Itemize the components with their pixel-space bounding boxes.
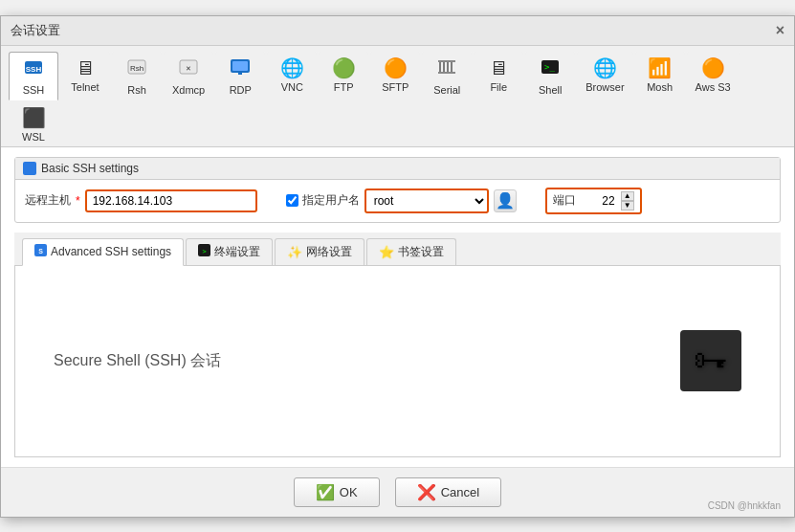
tab-vnc[interactable]: 🌐 VNC xyxy=(267,52,317,100)
tab-telnet[interactable]: 🖥 Telnet xyxy=(60,52,110,100)
vnc-tab-icon: 🌐 xyxy=(280,56,304,79)
svg-rect-9 xyxy=(438,60,455,62)
port-spin-up[interactable]: ▲ xyxy=(621,191,634,201)
adv-tab-terminal[interactable]: > 终端设置 xyxy=(186,238,273,265)
xdmcp-tab-icon: ✕ xyxy=(178,56,199,82)
ssh-tab-icon: SSH xyxy=(23,56,44,82)
adv-ssh-icon: S xyxy=(34,244,47,259)
browser-tab-icon: 🌐 xyxy=(593,56,617,79)
title-bar: 会话设置 × xyxy=(1,16,794,46)
file-tab-label: File xyxy=(490,81,507,93)
adv-tab-bookmark[interactable]: ⭐ 书签设置 xyxy=(366,238,456,265)
username-checkbox[interactable] xyxy=(286,194,298,207)
svg-text:S: S xyxy=(38,248,43,255)
user-icon-button[interactable]: 👤 xyxy=(494,189,517,212)
tab-awss3[interactable]: 🟠 Aws S3 xyxy=(687,52,740,100)
ftp-tab-icon: 🟢 xyxy=(332,56,356,79)
ok-label: OK xyxy=(340,485,358,499)
ok-button[interactable]: ✅ OK xyxy=(294,477,380,507)
svg-text:>: > xyxy=(202,248,206,255)
basic-ssh-header: Basic SSH settings xyxy=(15,158,780,180)
dialog-body: Basic SSH settings 远程主机 * 指定用户名 root xyxy=(1,147,794,467)
dialog-title: 会话设置 xyxy=(11,22,60,39)
port-group: 端口 ▲ ▼ xyxy=(545,188,642,214)
rdp-tab-label: RDP xyxy=(230,84,252,96)
cancel-label: Cancel xyxy=(441,485,479,499)
port-label: 端口 xyxy=(553,192,576,209)
host-input[interactable] xyxy=(85,189,257,212)
port-field-group: 端口 ▲ ▼ xyxy=(545,188,642,214)
cancel-button[interactable]: ❌ Cancel xyxy=(395,477,501,507)
vnc-tab-label: VNC xyxy=(281,81,303,93)
ssh-session-label: Secure Shell (SSH) 会话 xyxy=(54,351,221,371)
tab-ftp[interactable]: 🟢 FTP xyxy=(319,52,368,100)
svg-text:>_: >_ xyxy=(544,62,555,72)
ftp-tab-label: FTP xyxy=(334,81,354,93)
username-select[interactable]: root xyxy=(364,188,489,213)
ssh-key-icon: 🗝 xyxy=(680,330,741,391)
file-tab-icon: 🖥 xyxy=(489,56,508,79)
basic-ssh-row: 远程主机 * 指定用户名 root 👤 xyxy=(15,180,780,222)
xdmcp-tab-label: Xdmcp xyxy=(172,84,205,96)
rsh-tab-icon: Rsh xyxy=(126,56,147,82)
port-spin-down[interactable]: ▼ xyxy=(621,201,634,211)
mosh-tab-icon: 📶 xyxy=(648,56,672,79)
tab-xdmcp[interactable]: ✕ Xdmcp xyxy=(164,52,213,100)
adv-bookmark-label: 书签设置 xyxy=(398,244,444,260)
tab-shell[interactable]: >_ Shell xyxy=(525,52,575,100)
close-button[interactable]: × xyxy=(776,23,784,38)
rdp-tab-icon xyxy=(230,56,251,82)
watermark: CSDN @hnkkfan xyxy=(708,500,781,511)
tab-wsl[interactable]: ⬛ WSL xyxy=(9,101,58,146)
session-dialog: 会话设置 × SSH SSH 🖥 Telnet Rsh xyxy=(0,15,795,518)
awss3-tab-icon: 🟠 xyxy=(701,56,725,79)
sftp-tab-icon: 🟠 xyxy=(384,56,408,79)
tab-file[interactable]: 🖥 File xyxy=(474,52,523,100)
adv-terminal-label: 终端设置 xyxy=(214,244,260,260)
cancel-icon: ❌ xyxy=(417,483,436,501)
svg-text:Rsh: Rsh xyxy=(130,64,144,73)
wsl-tab-icon: ⬛ xyxy=(22,106,46,129)
svg-text:SSH: SSH xyxy=(26,65,42,74)
shell-tab-icon: >_ xyxy=(540,56,561,82)
protocol-tabs-row: SSH SSH 🖥 Telnet Rsh Rsh xyxy=(1,46,794,147)
tab-ssh[interactable]: SSH SSH xyxy=(9,52,58,100)
svg-text:✕: ✕ xyxy=(186,65,191,72)
serial-tab-label: Serial xyxy=(433,84,460,96)
adv-tab-ssh[interactable]: S Advanced SSH settings xyxy=(22,238,184,266)
awss3-tab-label: Aws S3 xyxy=(696,81,731,93)
dialog-footer: ✅ OK ❌ Cancel CSDN @hnkkfan xyxy=(1,467,794,517)
host-field-group: 远程主机 * xyxy=(25,189,257,212)
tab-browser[interactable]: 🌐 Browser xyxy=(577,52,632,100)
adv-tab-network[interactable]: ✨ 网络设置 xyxy=(275,238,364,265)
svg-rect-10 xyxy=(438,72,455,74)
basic-ssh-section: Basic SSH settings 远程主机 * 指定用户名 root xyxy=(14,157,781,223)
username-checkbox-text: 指定用户名 xyxy=(302,192,360,209)
telnet-tab-icon: 🖥 xyxy=(76,56,95,79)
username-field-group: 指定用户名 root 👤 xyxy=(286,188,517,213)
tab-rsh[interactable]: Rsh Rsh xyxy=(112,52,162,100)
ssh-tab-label: SSH xyxy=(23,84,45,96)
basic-ssh-section-icon xyxy=(23,162,36,175)
wsl-tab-label: WSL xyxy=(22,131,45,143)
rsh-tab-label: Rsh xyxy=(127,84,146,96)
serial-tab-icon xyxy=(436,56,457,82)
tab-serial[interactable]: Serial xyxy=(422,52,472,100)
tab-sftp[interactable]: 🟠 SFTP xyxy=(370,52,420,100)
telnet-tab-label: Telnet xyxy=(71,81,99,93)
tab-rdp[interactable]: RDP xyxy=(215,52,265,100)
ok-icon: ✅ xyxy=(316,483,335,501)
svg-rect-7 xyxy=(232,61,248,71)
host-required-star: * xyxy=(76,194,80,208)
mosh-tab-label: Mosh xyxy=(647,81,673,93)
tab-mosh[interactable]: 📶 Mosh xyxy=(635,52,685,100)
advanced-tabs-row: S Advanced SSH settings > 终端设置 ✨ xyxy=(14,233,781,266)
ssh-content-area: Secure Shell (SSH) 会话 🗝 xyxy=(14,266,781,457)
svg-rect-8 xyxy=(238,73,242,75)
browser-tab-label: Browser xyxy=(585,81,624,93)
sftp-tab-label: SFTP xyxy=(382,81,409,93)
advanced-section: S Advanced SSH settings > 终端设置 ✨ xyxy=(14,233,781,457)
basic-ssh-section-label: Basic SSH settings xyxy=(41,162,139,175)
username-checkbox-label[interactable]: 指定用户名 xyxy=(286,192,360,209)
port-input[interactable] xyxy=(582,194,615,208)
